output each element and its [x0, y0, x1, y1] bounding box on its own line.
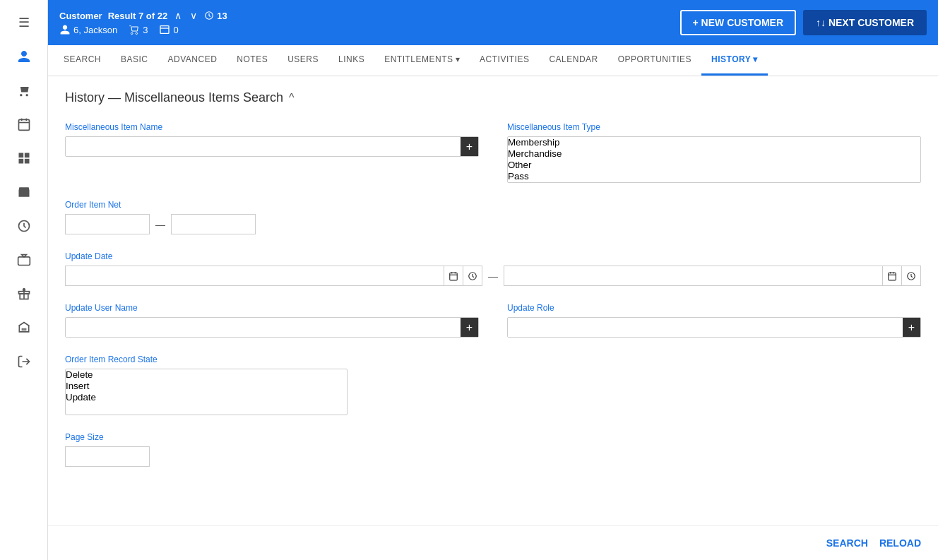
history-sidebar-icon[interactable]: [8, 210, 40, 242]
next-result-btn[interactable]: ∨: [189, 10, 198, 21]
update-date-to-group: [504, 266, 921, 286]
record-state-insert[interactable]: Insert: [66, 381, 347, 392]
listbox-option-merchandise[interactable]: Merchandise: [508, 148, 920, 160]
update-date-from-input[interactable]: [66, 266, 444, 285]
prev-result-btn[interactable]: ∧: [173, 10, 183, 21]
widget-sidebar-icon[interactable]: [8, 143, 40, 174]
record-state-listbox[interactable]: Delete Insert Update: [65, 369, 348, 415]
bank-sidebar-icon[interactable]: [8, 312, 40, 343]
tab-basic[interactable]: BASIC: [111, 44, 158, 76]
tab-notes[interactable]: NOTES: [227, 44, 278, 76]
sidebar: ☰: [0, 0, 48, 560]
topbar-right: + NEW CUSTOMER ↑↓ NEXT CUSTOMER: [680, 10, 927, 35]
svg-rect-15: [450, 273, 458, 280]
gift-card-sidebar-icon[interactable]: [8, 244, 40, 275]
update-date-to-clock-btn[interactable]: [901, 266, 920, 285]
range-dash-date: —: [488, 270, 498, 282]
search-button[interactable]: SEARCH: [826, 537, 868, 549]
new-customer-button[interactable]: + NEW CUSTOMER: [680, 10, 796, 35]
cart-sidebar-icon[interactable]: [8, 75, 40, 106]
order-item-net-section: Order Item Net —: [65, 200, 921, 234]
svg-rect-20: [889, 273, 896, 280]
orders-count: 0: [173, 25, 178, 35]
tab-advanced[interactable]: ADVANCED: [158, 44, 227, 76]
tab-search[interactable]: SEARCH: [54, 44, 111, 76]
main-area: Customer Result 7 of 22 ∧ ∨ 13 6, Jackso…: [48, 0, 938, 560]
clock-badge: 13: [204, 11, 227, 21]
tab-links[interactable]: LINKS: [328, 44, 374, 76]
svg-rect-4: [18, 153, 23, 158]
record-state-label: Order Item Record State: [65, 355, 921, 364]
content-area: History — Miscellaneous Items Search ^ M…: [48, 76, 938, 525]
update-date-to-input[interactable]: [504, 266, 882, 285]
store-sidebar-icon[interactable]: [8, 177, 40, 208]
order-item-net-label: Order Item Net: [65, 200, 921, 210]
update-user-name-label: Update User Name: [65, 303, 479, 313]
misc-item-type-column: Miscellaneous Item Type Membership Merch…: [507, 122, 921, 183]
form-row-user-role: Update User Name + Update Role +: [65, 303, 921, 338]
misc-item-name-label: Miscellaneous Item Name: [65, 122, 479, 132]
result-label: Result 7 of 22: [108, 11, 168, 21]
exit-sidebar-icon[interactable]: [8, 346, 40, 377]
update-date-to-calendar-btn[interactable]: [882, 266, 901, 285]
range-dash-net: —: [155, 219, 165, 230]
update-date-range: —: [65, 266, 921, 286]
svg-rect-13: [160, 26, 169, 34]
update-role-add-btn[interactable]: +: [903, 318, 920, 337]
next-customer-button[interactable]: ↑↓ NEXT CUSTOMER: [803, 10, 927, 35]
tab-entitlements[interactable]: ENTITLEMENTS ▾: [374, 44, 470, 76]
order-item-net-from-input[interactable]: [65, 214, 150, 234]
update-role-label: Update Role: [507, 303, 921, 313]
misc-item-name-add-btn[interactable]: +: [461, 137, 478, 156]
svg-rect-7: [24, 159, 29, 164]
listbox-option-pass[interactable]: Pass: [508, 171, 920, 182]
misc-item-name-field: +: [65, 136, 479, 157]
misc-item-type-listbox[interactable]: Membership Merchandise Other Pass: [507, 136, 921, 183]
form-row-1: Miscellaneous Item Name + Miscellaneous …: [65, 122, 921, 183]
history-arrow-icon: ▾: [753, 54, 758, 64]
entitlements-arrow-icon: ▾: [456, 54, 461, 64]
record-state-update[interactable]: Update: [66, 392, 347, 403]
update-date-from-clock-btn[interactable]: [463, 266, 482, 285]
clock-count: 13: [217, 11, 227, 21]
nav-tabs: SEARCH BASIC ADVANCED NOTES USERS LINKS …: [48, 45, 938, 76]
gift-sidebar-icon[interactable]: [8, 278, 40, 309]
svg-rect-6: [18, 159, 23, 164]
svg-rect-5: [24, 153, 29, 158]
order-item-net-to-input[interactable]: [171, 214, 256, 234]
topbar-subtitle-row: 6, Jackson 3 0: [59, 24, 227, 35]
reload-button[interactable]: RELOAD: [879, 537, 921, 549]
misc-item-name-column: Miscellaneous Item Name +: [65, 122, 479, 183]
topbar: Customer Result 7 of 22 ∧ ∨ 13 6, Jackso…: [48, 0, 938, 45]
customer-name: 6, Jackson: [73, 25, 117, 35]
person-icon[interactable]: [8, 41, 40, 72]
update-date-from-calendar-btn[interactable]: [444, 266, 463, 285]
collapse-icon[interactable]: ^: [289, 92, 295, 105]
update-role-input[interactable]: [508, 318, 903, 337]
customer-label: Customer: [59, 11, 102, 21]
update-role-column: Update Role +: [507, 303, 921, 338]
order-item-net-range: —: [65, 214, 921, 234]
update-date-section: Update Date —: [65, 251, 921, 286]
tab-activities[interactable]: ACTIVITIES: [470, 44, 539, 76]
page-size-label: Page Size: [65, 432, 921, 442]
listbox-option-membership[interactable]: Membership: [508, 137, 920, 148]
svg-rect-9: [18, 257, 30, 266]
misc-item-type-label: Miscellaneous Item Type: [507, 122, 921, 132]
tab-opportunities[interactable]: OPPORTUNITIES: [608, 44, 701, 76]
page-size-section: Page Size 10: [65, 432, 921, 467]
calendar-sidebar-icon[interactable]: [8, 109, 40, 140]
tab-calendar[interactable]: CALENDAR: [539, 44, 607, 76]
listbox-option-other[interactable]: Other: [508, 160, 920, 171]
update-user-name-column: Update User Name +: [65, 303, 479, 338]
hamburger-icon[interactable]: ☰: [8, 7, 40, 38]
misc-item-name-input[interactable]: [66, 137, 461, 156]
page-title: History — Miscellaneous Items Search ^: [65, 90, 921, 105]
update-user-name-add-btn[interactable]: +: [461, 318, 478, 337]
record-state-delete[interactable]: Delete: [66, 369, 347, 381]
update-user-name-input[interactable]: [66, 318, 461, 337]
page-size-input[interactable]: 10: [65, 446, 150, 467]
update-date-from-group: [65, 266, 482, 286]
tab-users[interactable]: USERS: [278, 44, 328, 76]
tab-history[interactable]: HISTORY ▾: [701, 44, 768, 76]
